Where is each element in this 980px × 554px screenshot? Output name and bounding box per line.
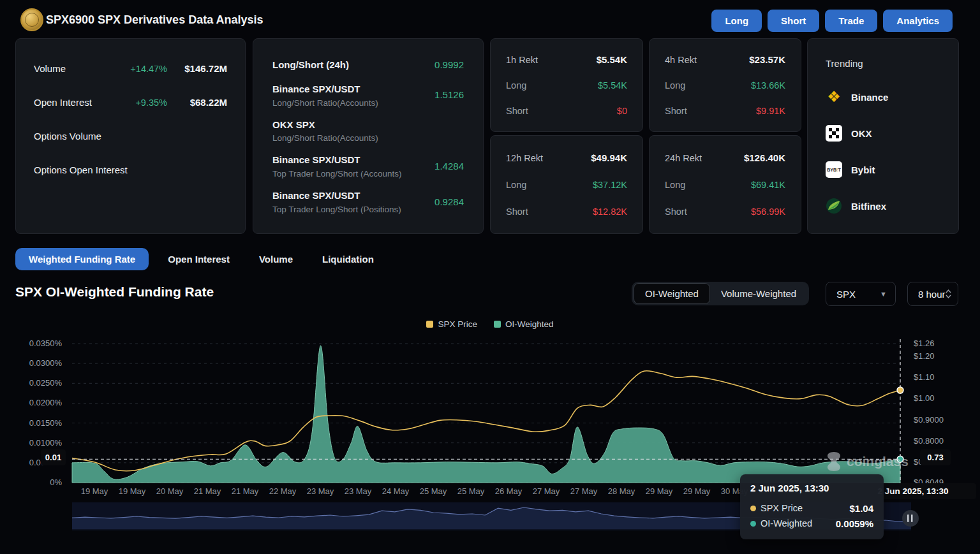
crosshair-right-axis-badge: 0.73 — [920, 449, 951, 465]
app-root: SPX6900 SPX Derivatives Data Analysis Lo… — [0, 0, 980, 554]
tooltip-row-oi-weighted: OI-Weighted 0.0059% — [750, 516, 873, 531]
oi-weighted-dot — [750, 521, 756, 527]
coinglass-watermark: coinglass — [826, 451, 909, 472]
coinglass-logo-icon — [826, 451, 842, 472]
crosshair-left-axis-badge: 0.01 — [41, 449, 66, 465]
tooltip-date: 2 Jun 2025, 13:30 — [750, 483, 873, 493]
spx-price-dot — [750, 506, 756, 511]
chart-tooltip: 2 Jun 2025, 13:30 SPX Price $1.04 OI-Wei… — [740, 474, 884, 539]
navigator-handle[interactable] — [902, 510, 919, 527]
tooltip-row-spx-price: SPX Price $1.04 — [750, 500, 873, 516]
